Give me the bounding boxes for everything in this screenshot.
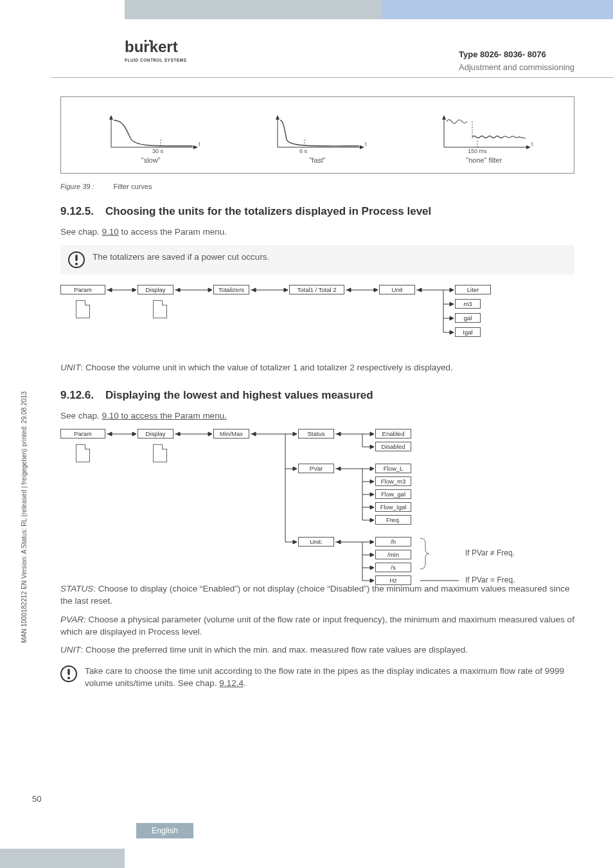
svg-marker-13 (360, 145, 364, 149)
heading-9-12-6: 9.12.6.Displaying the lowest and highest… (60, 388, 574, 402)
svg-marker-50 (450, 330, 454, 334)
svg-marker-36 (252, 288, 256, 292)
curve-slow-label: "slow" (100, 156, 202, 164)
see-chap-6: See chap. 9.10 to access the Param menu. (60, 410, 574, 422)
logo-subtitle: FLUID CONTROL SYSTEMS (125, 58, 186, 62)
svg-marker-61 (293, 432, 297, 436)
figure-box: t 30 s "slow" t 6 s "fast" (60, 96, 574, 174)
svg-marker-94 (370, 566, 374, 570)
svg-marker-56 (176, 432, 180, 436)
svg-marker-85 (370, 518, 374, 522)
flow-diagram-units: Param Display Totalizers Total1 / Total … (60, 285, 574, 356)
warning-icon (60, 665, 77, 682)
language-tab: English (136, 823, 193, 838)
svg-marker-41 (418, 288, 422, 292)
svg-marker-81 (370, 493, 374, 496)
svg-marker-96 (370, 579, 374, 583)
svg-marker-90 (370, 540, 374, 544)
page-number: 50 (32, 794, 41, 804)
doc-type: Type 8026- 8036- 8076 (459, 48, 574, 61)
warning-icon (68, 251, 85, 268)
svg-text:t: t (365, 141, 367, 147)
svg-marker-18 (442, 115, 446, 120)
svg-marker-38 (374, 288, 378, 292)
notice-totalizers: The totalizers are saved if a power cut … (60, 245, 574, 275)
svg-marker-70 (370, 432, 374, 436)
svg-marker-77 (370, 467, 374, 471)
curve-slow: t 30 s (100, 114, 202, 154)
curve-fast: t 6 s (266, 114, 369, 154)
logo: burkert FLUID CONTROL SYSTEMS (125, 39, 186, 62)
heading-9-12-5: 9.12.5.Choosing the units for the totali… (60, 204, 574, 219)
svg-point-27 (75, 262, 78, 265)
svg-text:t: t (531, 141, 533, 147)
curve-fast-label: "fast" (266, 156, 369, 164)
svg-marker-44 (450, 288, 454, 292)
flow-diagram-minmax: Param Display Min/Max Status Enabled Dis… (60, 429, 574, 577)
svg-text:t: t (199, 141, 200, 147)
svg-marker-79 (370, 480, 374, 484)
svg-marker-63 (293, 467, 297, 471)
svg-marker-4 (109, 115, 113, 120)
curve-none: t 150 ms (432, 114, 535, 154)
svg-marker-58 (252, 432, 256, 436)
svg-text:burkert: burkert (125, 39, 178, 55)
svg-marker-29 (132, 288, 136, 292)
pvar-desc: PVAR: Choose a physical parameter (volum… (60, 614, 574, 638)
svg-rect-99 (67, 669, 69, 675)
svg-marker-39 (347, 288, 351, 292)
svg-marker-65 (293, 540, 297, 544)
figure-caption: Figure 39 :Filter curves (60, 183, 574, 190)
svg-rect-2 (149, 40, 151, 42)
svg-marker-11 (276, 115, 280, 120)
svg-marker-35 (284, 288, 288, 292)
svg-marker-48 (450, 316, 454, 320)
svg-marker-30 (108, 288, 112, 292)
svg-text:150 ms: 150 ms (468, 148, 487, 154)
svg-rect-26 (75, 255, 77, 261)
unit-desc-5: UNIT: Choose the volume unit in which th… (60, 362, 574, 374)
svg-marker-55 (208, 432, 212, 436)
curve-none-label: "none" filter (432, 156, 535, 164)
svg-marker-53 (108, 432, 112, 436)
svg-text:30 s: 30 s (152, 148, 164, 154)
svg-marker-72 (370, 445, 374, 449)
see-chap-5: See chap. 9.10 to access the Param menu. (60, 226, 574, 239)
svg-marker-20 (526, 145, 531, 149)
notice-time-unit: Take care to choose the time unit accord… (60, 663, 574, 692)
side-version-text: MAN 1000182212 EN Version: A Status: RL … (21, 392, 28, 643)
svg-marker-46 (450, 302, 454, 306)
svg-marker-33 (176, 288, 180, 292)
svg-marker-87 (337, 540, 341, 544)
svg-marker-6 (193, 145, 198, 149)
svg-marker-92 (370, 553, 374, 557)
svg-marker-52 (132, 432, 136, 436)
svg-marker-67 (337, 432, 341, 436)
doc-subtitle: Adjustment and commissioning (459, 61, 574, 74)
svg-text:6 s: 6 s (299, 148, 308, 154)
unit-desc-6: UNIT: Choose the preferred time unit in … (60, 644, 574, 656)
svg-marker-32 (208, 288, 212, 292)
svg-rect-1 (145, 40, 147, 42)
svg-marker-74 (337, 467, 341, 471)
svg-marker-83 (370, 505, 374, 509)
svg-point-100 (67, 677, 70, 680)
